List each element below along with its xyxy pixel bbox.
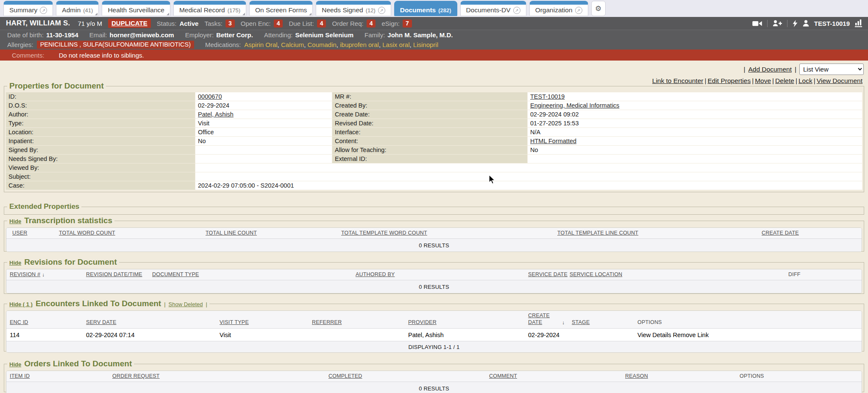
- cell-options-actions[interactable]: View Details Remove Link: [637, 332, 709, 338]
- cell-enc-id: 114: [10, 332, 19, 338]
- revisions-title: Revisions for Document: [24, 257, 117, 267]
- medication-link[interactable]: ibuprofen oral: [340, 41, 379, 48]
- tab-summary[interactable]: Summary ↗: [3, 1, 53, 16]
- col-revision-datetime[interactable]: REVISION DATE/TIME: [86, 271, 142, 277]
- document-id-link[interactable]: 0000670: [198, 93, 222, 100]
- medication-link[interactable]: Calcium: [281, 41, 304, 48]
- tab-documents[interactable]: Documents (282): [394, 1, 457, 16]
- col-total-word-count[interactable]: TOTAL WORD COUNT: [59, 230, 115, 236]
- tab-count: (282): [438, 7, 451, 14]
- col-serv-date[interactable]: SERV DATE: [86, 319, 117, 325]
- content-format-link[interactable]: HTML Formatted: [530, 138, 576, 144]
- external-link-icon: ↗: [378, 7, 385, 14]
- order-req-pair: Order Req: 4: [332, 19, 376, 28]
- view-select[interactable]: List View: [799, 64, 864, 75]
- open-enc-count-badge[interactable]: 4: [274, 19, 283, 28]
- email-value: horner@mieweb.com: [109, 31, 174, 39]
- patient-id[interactable]: TEST-10019: [814, 20, 850, 27]
- col-service-location[interactable]: SERVICE LOCATION: [570, 271, 622, 277]
- tab-settings-button[interactable]: ⚙: [591, 1, 606, 16]
- tab-documents-dv[interactable]: Documents-DV ↗: [460, 1, 526, 16]
- field-label-viewed-by: Viewed By:: [6, 163, 195, 172]
- tab-medical-record[interactable]: Medical Record (175): [173, 1, 246, 16]
- medication-link[interactable]: Aspirin Oral: [244, 41, 277, 48]
- duplicate-flag-badge[interactable]: DUPLICATE: [108, 19, 151, 28]
- lightning-bolt-icon[interactable]: [793, 20, 798, 27]
- medications-list: Aspirin Oral, Calcium, Coumadin, ibuprof…: [244, 41, 438, 48]
- table-header-row: ITEM ID ORDER REQUEST COMPLETED COMMENT …: [6, 371, 862, 382]
- author-link[interactable]: Patel, Ashish: [198, 111, 234, 118]
- tab-label: On Screen Forms: [255, 6, 307, 14]
- field-label-needs-signed-by: Needs Signed By:: [6, 155, 195, 163]
- col-user[interactable]: USER: [12, 230, 28, 236]
- col-total-template-line-count[interactable]: TOTAL TEMPLATE LINE COUNT: [557, 230, 638, 236]
- col-visit-type[interactable]: VISIT TYPE: [220, 319, 249, 325]
- sort-descending-icon[interactable]: ↓: [562, 320, 565, 326]
- mr-number-link[interactable]: TEST-10019: [530, 93, 565, 100]
- field-value-signed-by: [195, 146, 332, 154]
- esign-count-badge[interactable]: 7: [403, 19, 412, 28]
- webchart-app: Summary ↗ Admin (41) Health Surveillance…: [0, 0, 868, 393]
- col-document-type[interactable]: DOCUMENT TYPE: [152, 271, 199, 277]
- tab-on-screen-forms[interactable]: On Screen Forms: [249, 1, 313, 16]
- hide-encounters-link[interactable]: Hide ( 1 ): [9, 301, 33, 307]
- field-value-revised-date: 01-27-2025 15:53: [528, 119, 862, 127]
- dob-value: 11-30-1954: [46, 31, 78, 39]
- col-revision-number[interactable]: REVISION #: [10, 271, 40, 277]
- col-authored-by[interactable]: AUTHORED BY: [356, 271, 395, 277]
- medication-link[interactable]: Lasix oral: [382, 41, 409, 48]
- col-create-date-line2[interactable]: DATE: [528, 319, 542, 325]
- hide-transcription-link[interactable]: Hide: [9, 218, 21, 224]
- user-icon: [803, 20, 809, 27]
- col-item-id[interactable]: ITEM ID: [10, 373, 30, 379]
- cell-serv-date: 02-29-2024 07:14: [86, 332, 135, 338]
- tab-label: Organization: [535, 6, 573, 14]
- due-list-count-badge[interactable]: 4: [317, 19, 326, 28]
- col-order-request[interactable]: ORDER REQUEST: [112, 373, 160, 379]
- video-camera-icon[interactable]: [752, 20, 762, 27]
- col-total-line-count[interactable]: TOTAL LINE COUNT: [206, 230, 257, 236]
- comma: ,: [409, 41, 413, 48]
- col-completed[interactable]: COMPLETED: [328, 373, 362, 379]
- medication-link[interactable]: Coumadin: [307, 41, 336, 48]
- field-label-location: Location:: [6, 128, 195, 136]
- allergies-badge: PENICILLINS , SULFA(SULFONAMIDE ANTIBIOT…: [37, 41, 194, 49]
- col-service-date[interactable]: SERVICE DATE: [528, 271, 568, 277]
- field-value-author: Patel, Ashish: [195, 110, 332, 119]
- field-value-dos: 02-29-2024: [195, 101, 332, 110]
- sort-descending-icon[interactable]: ↓: [42, 272, 45, 278]
- col-create-date[interactable]: CREATE DATE: [762, 230, 799, 236]
- field-value-allow-teaching: No: [528, 146, 862, 154]
- hide-revisions-link[interactable]: Hide: [9, 260, 21, 266]
- tab-health-surveillance[interactable]: Health Surveillance: [102, 1, 170, 16]
- table-header-row: ENC ID SERV DATE VISIT TYPE REFERRER PRO…: [6, 311, 862, 329]
- field-label-created-by: Created By:: [332, 101, 527, 110]
- bar-chart-icon[interactable]: [855, 19, 862, 27]
- user-plus-icon[interactable]: [773, 20, 782, 27]
- tab-needs-signed[interactable]: Needs Signed (12) ↗: [316, 1, 391, 16]
- order-req-count-badge[interactable]: 4: [367, 19, 376, 28]
- field-value-content: HTML Formatted: [528, 137, 862, 145]
- col-referrer[interactable]: REFERRER: [312, 319, 342, 325]
- add-document-link[interactable]: Add Document: [748, 66, 792, 73]
- created-by-link[interactable]: Engineering, Medical Informatics: [530, 102, 619, 109]
- field-value-inpatient: No: [195, 137, 332, 145]
- tasks-count-badge[interactable]: 3: [225, 19, 235, 28]
- medication-link[interactable]: Lisinopril: [413, 41, 438, 48]
- patient-name: HART, WILLIAM S.: [6, 19, 70, 28]
- col-reason[interactable]: REASON: [625, 373, 648, 379]
- email-pair: Email: horner@mieweb.com: [89, 31, 174, 39]
- hide-orders-link[interactable]: Hide: [9, 361, 21, 368]
- field-label-id: ID:: [6, 92, 195, 101]
- col-create-date-line1[interactable]: CREATE: [528, 313, 550, 318]
- col-comment[interactable]: COMMENT: [489, 373, 517, 379]
- tab-admin[interactable]: Admin (41): [56, 1, 99, 16]
- col-enc-id[interactable]: ENC ID: [10, 319, 28, 325]
- show-deleted-link[interactable]: Show Deleted: [169, 301, 203, 307]
- col-provider[interactable]: PROVIDER: [408, 319, 437, 325]
- col-total-template-word-count[interactable]: TOTAL TEMPLATE WORD COUNT: [341, 230, 427, 236]
- chart-tab-bar: Summary ↗ Admin (41) Health Surveillance…: [0, 0, 868, 17]
- tab-organization[interactable]: Organization ↗: [529, 1, 588, 16]
- col-stage[interactable]: STAGE: [572, 319, 590, 325]
- field-label-case: Case:: [6, 181, 195, 190]
